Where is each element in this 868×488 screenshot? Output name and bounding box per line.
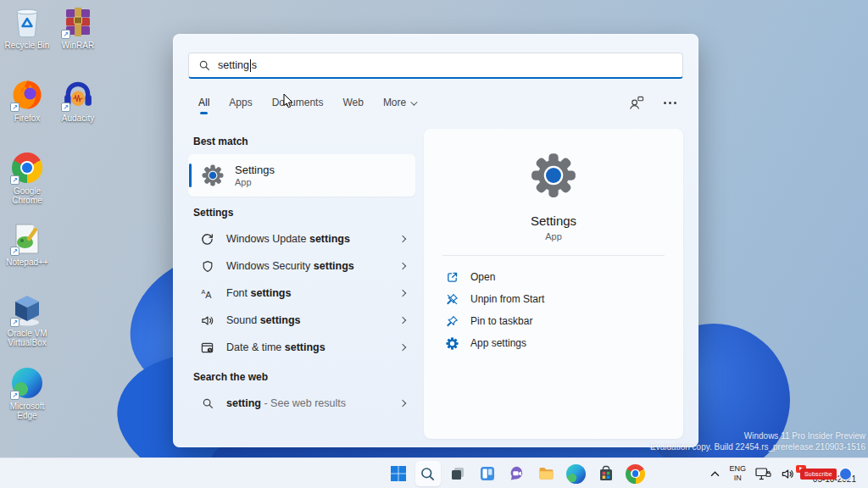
desktop-icon-label: Oracle VM VirtualBox (0, 329, 54, 347)
settings-section-header: Settings (193, 207, 415, 219)
desktop-icon-microsoft-edge[interactable]: ↗ Microsoft Edge (0, 366, 54, 420)
ellipsis-icon (664, 102, 676, 104)
taskbar: ENG IN 05-10-2021 Subscribe (0, 458, 868, 488)
start-button[interactable] (383, 458, 413, 488)
tab-documents[interactable]: Documents (272, 97, 324, 108)
action-pin-to-taskbar[interactable]: Pin to taskbar (424, 310, 683, 332)
desktop-icon-firefox[interactable]: ↗ Firefox (0, 78, 54, 123)
pin-icon (446, 315, 459, 328)
file-explorer-icon (537, 465, 555, 482)
file-explorer-button[interactable] (531, 458, 561, 488)
cursor-circle-icon (840, 469, 851, 480)
best-match-subtitle: App (235, 177, 275, 187)
result-sound-settings[interactable]: Sound settings (188, 307, 415, 334)
result-label: Font settings (226, 287, 291, 299)
widgets-icon (479, 465, 496, 482)
result-font-settings[interactable]: AA Font settings (188, 280, 415, 307)
result-web-search-setting[interactable]: setting - See web results (188, 390, 415, 417)
shortcut-arrow-icon: ↗ (10, 103, 19, 112)
desktop-icon-winrar[interactable]: ↗ WinRAR (51, 5, 105, 50)
edge-icon: ↗ (10, 366, 44, 400)
result-label: Date & time settings (226, 341, 326, 353)
desktop-icon-recycle-bin[interactable]: Recycle Bin (0, 5, 54, 50)
action-unpin-from-start[interactable]: Unpin from Start (424, 288, 683, 310)
desktop-icon-virtualbox[interactable]: ↗ Oracle VM VirtualBox (0, 293, 54, 347)
search-panel: settings All Apps Documents Web More Bes… (173, 34, 698, 447)
windows-build-watermark: Windows 11 Pro Insider Preview Evaluatio… (650, 430, 865, 452)
winrar-icon: ↗ (61, 5, 95, 39)
result-label: Windows Security settings (226, 260, 354, 272)
result-windows-update-settings[interactable]: Windows Update settings (188, 225, 415, 252)
desktop-icon-label: Firefox (0, 114, 54, 123)
edge-button[interactable] (561, 458, 591, 488)
task-view-icon (449, 465, 466, 482)
calendar-clock-icon (200, 341, 214, 354)
tab-apps[interactable]: Apps (229, 97, 252, 108)
desktop-icon-label: WinRAR (51, 41, 105, 50)
result-windows-security-settings[interactable]: Windows Security settings (188, 252, 415, 280)
preview-title: Settings (424, 214, 683, 228)
subscribe-watermark: Subscribe (792, 465, 851, 480)
preview-actions: Open Unpin from Start Pin to taskbar App… (424, 266, 683, 354)
task-view-button[interactable] (442, 458, 472, 488)
result-label: setting - See web results (226, 397, 346, 409)
divider (442, 255, 665, 256)
best-match-result-settings[interactable]: Settings App (188, 154, 415, 197)
chevron-right-icon (399, 400, 406, 407)
shortcut-arrow-icon: ↗ (10, 318, 19, 327)
sound-icon (200, 314, 214, 327)
store-icon (598, 465, 615, 482)
selection-accent-bar (189, 164, 192, 187)
action-app-settings[interactable]: App settings (424, 332, 683, 354)
desktop-icon-label: Audacity (51, 114, 105, 123)
result-date-time-settings[interactable]: Date & time settings (188, 334, 415, 361)
clock-date[interactable]: 05-10-2021 Subscribe (804, 463, 856, 485)
desktop-icon-google-chrome[interactable]: ↗ Google Chrome (0, 151, 54, 205)
taskbar-search-button[interactable] (413, 458, 442, 488)
windows-logo-icon (390, 465, 407, 482)
chrome-button[interactable] (620, 458, 650, 488)
edge-icon (566, 464, 586, 484)
account-options-button[interactable] (628, 96, 644, 110)
chevron-right-icon (399, 263, 406, 269)
tab-web[interactable]: Web (342, 97, 363, 108)
action-open[interactable]: Open (424, 266, 683, 288)
web-section-header: Search the web (193, 371, 415, 383)
shortcut-arrow-icon: ↗ (10, 247, 19, 256)
search-results-column: Best match Settings App Settings Windows… (188, 125, 415, 417)
desktop-icon-label: Recycle Bin (0, 41, 54, 50)
mouse-cursor (283, 93, 294, 109)
search-icon (198, 59, 210, 71)
tray-chevron-up-icon[interactable] (710, 471, 720, 477)
font-icon: AA (200, 287, 214, 300)
firefox-icon: ↗ (10, 78, 44, 112)
virtualbox-icon: ↗ (10, 293, 44, 327)
more-options-button[interactable] (664, 102, 676, 104)
settings-gear-icon-large (424, 152, 683, 202)
svg-text:A: A (205, 289, 212, 299)
shortcut-arrow-icon: ↗ (10, 175, 19, 185)
result-label: Windows Update settings (226, 233, 350, 245)
language-indicator[interactable]: ENG IN (729, 464, 746, 484)
text-caret (250, 59, 251, 72)
microsoft-store-button[interactable] (591, 458, 620, 488)
audacity-icon: ↗ (61, 78, 95, 112)
desktop-icon-label: Notepad++ (0, 258, 54, 267)
best-match-title: Settings (235, 164, 275, 176)
desktop-icon-label: Google Chrome (0, 186, 54, 205)
desktop-icon-notepad-plus-plus[interactable]: ↗ Notepad++ (0, 222, 54, 267)
chevron-right-icon (399, 317, 406, 324)
tab-all[interactable]: All (198, 97, 209, 108)
chat-button[interactable] (502, 458, 531, 488)
network-icon[interactable] (755, 468, 771, 480)
best-match-header: Best match (193, 136, 415, 147)
recycle-bin-icon (10, 5, 44, 39)
search-icon (420, 466, 436, 482)
sync-icon (200, 233, 214, 246)
widgets-button[interactable] (472, 458, 502, 488)
chat-icon (509, 465, 526, 482)
search-input[interactable]: settings (188, 53, 683, 79)
search-query-text: settings (218, 59, 257, 72)
desktop-icon-audacity[interactable]: ↗ Audacity (51, 78, 105, 123)
tab-more[interactable]: More (383, 97, 415, 108)
